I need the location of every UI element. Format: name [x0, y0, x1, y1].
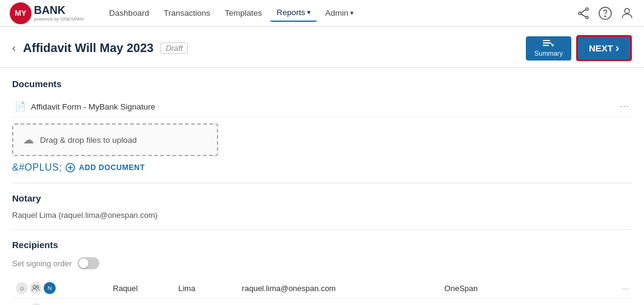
svg-rect-8: [543, 40, 550, 41]
svg-point-0: [586, 8, 588, 10]
doc-more-button[interactable]: ···: [620, 101, 629, 112]
recipient-icon-group: ☺ N: [16, 282, 105, 294]
header-actions: Summary NEXT ›: [526, 35, 632, 61]
summary-icon: [543, 40, 554, 48]
add-doc-plus-icon: &#oplus;: [12, 162, 62, 173]
recipient-company-0: OneSpan: [441, 278, 522, 299]
back-button[interactable]: ‹: [12, 42, 16, 54]
next-arrow-icon: ›: [616, 42, 619, 54]
nav-right: [576, 6, 634, 21]
drop-zone[interactable]: ☁ Drag & drop files to upload: [12, 123, 218, 156]
recipient-email-0: raquel.lima@onespan.com: [238, 278, 440, 299]
notary-section-title: Notary: [12, 193, 632, 203]
nav-templates[interactable]: Templates: [219, 5, 268, 21]
recipient-icons-cell: ☺ N: [12, 278, 109, 299]
signing-order-row: Set signing order: [12, 257, 632, 269]
nav-links: Dashboard Transactions Templates Reports…: [103, 4, 562, 22]
svg-line-3: [581, 10, 586, 13]
table-row: ☺ N: [12, 278, 632, 299]
draft-badge: Draft: [161, 42, 187, 54]
people-icon: [32, 284, 40, 292]
nav-dashboard[interactable]: Dashboard: [103, 5, 155, 21]
nav-reports[interactable]: Reports ▾: [270, 4, 316, 22]
share-icon[interactable]: [576, 6, 591, 21]
recipients-section: Recipients Set signing order ☺: [12, 240, 632, 305]
brand-sub: powered by ONESPAN: [34, 16, 84, 22]
table-row: William LaSala will.lasala@onespan.com T…: [12, 299, 632, 306]
logo[interactable]: MY BANK powered by ONESPAN: [10, 2, 84, 24]
recipient-last-0: Lima: [174, 278, 238, 299]
recipient-email-1: will.lasala@onespan.com: [238, 299, 440, 306]
recipient-more-1[interactable]: ···: [604, 299, 632, 306]
reports-chevron-icon: ▾: [307, 8, 311, 16]
recipient-company-1: Company: [522, 299, 605, 306]
divider-1: [12, 183, 632, 183]
main-container: ‹ Affidavit Will May 2023 Draft Summary …: [0, 27, 644, 305]
svg-point-14: [33, 286, 36, 289]
svg-rect-9: [543, 42, 551, 44]
document-item: 📄 Affidavit Form - MyBank Signature ···: [12, 96, 632, 117]
next-label: NEXT: [589, 43, 613, 53]
svg-point-15: [36, 286, 39, 288]
recipient-more-0[interactable]: ···: [604, 278, 632, 299]
content: Documents 📄 Affidavit Form - MyBank Sign…: [0, 68, 644, 305]
svg-point-2: [586, 16, 588, 19]
page-title: Affidavit Will May 2023: [23, 41, 153, 55]
svg-point-1: [579, 12, 581, 15]
brand-name: BANK: [34, 4, 65, 16]
logo-circle: MY: [10, 2, 32, 24]
page-header-left: ‹ Affidavit Will May 2023 Draft: [12, 41, 188, 55]
navbar: MY BANK powered by ONESPAN Dashboard Tra…: [0, 0, 644, 27]
person-icon: ☺: [16, 282, 28, 294]
add-circle-icon: [65, 163, 75, 172]
doc-item-left: 📄 Affidavit Form - MyBank Signature: [15, 101, 155, 112]
divider-2: [12, 229, 632, 230]
recipient-last-1: LaSala: [174, 299, 238, 306]
svg-point-7: [625, 8, 629, 13]
svg-rect-10: [543, 45, 549, 46]
notary-section: Notary Raquel Lima (raquel.lima@onespan.…: [12, 193, 632, 220]
doc-name: Affidavit Form - MyBank Signature: [31, 102, 155, 111]
user-icon[interactable]: [620, 6, 634, 21]
help-icon[interactable]: [598, 6, 612, 21]
add-doc-label: ADD DOCUMENT: [79, 163, 145, 172]
page-header: ‹ Affidavit Will May 2023 Draft Summary …: [0, 27, 644, 68]
svg-point-6: [605, 16, 606, 17]
recipient-title-0: [522, 278, 605, 299]
recipient-title-1: Title: [441, 299, 522, 306]
summary-button[interactable]: Summary: [526, 36, 571, 61]
logo-initials: MY: [15, 8, 27, 18]
nav-admin[interactable]: Admin ▾: [319, 5, 360, 21]
documents-section-title: Documents: [12, 79, 632, 89]
signing-order-toggle[interactable]: [78, 257, 99, 269]
recipient-first-0: Raquel: [109, 278, 174, 299]
recipient-table: ☺ N: [12, 278, 632, 305]
admin-chevron-icon: ▾: [350, 9, 354, 17]
recipients-section-title: Recipients: [12, 240, 632, 250]
summary-label: Summary: [534, 50, 563, 57]
doc-file-icon: 📄: [15, 101, 26, 112]
recipient-icons-cell-1: [12, 299, 109, 306]
recipient-first-1: William: [109, 299, 174, 306]
next-button[interactable]: NEXT ›: [576, 35, 632, 61]
notary-badge-icon: N: [44, 282, 56, 294]
nav-transactions[interactable]: Transactions: [158, 5, 216, 21]
svg-line-4: [581, 14, 586, 17]
signing-order-label: Set signing order: [12, 259, 71, 268]
toggle-thumb: [79, 258, 88, 268]
add-document-button[interactable]: &#oplus; ADD DOCUMENT: [12, 162, 145, 173]
upload-icon: ☁: [23, 133, 34, 146]
group-icon: [30, 282, 42, 294]
drop-zone-text: Drag & drop files to upload: [40, 136, 137, 145]
notary-name-email: Raquel Lima (raquel.lima@onespan.com): [12, 211, 632, 220]
